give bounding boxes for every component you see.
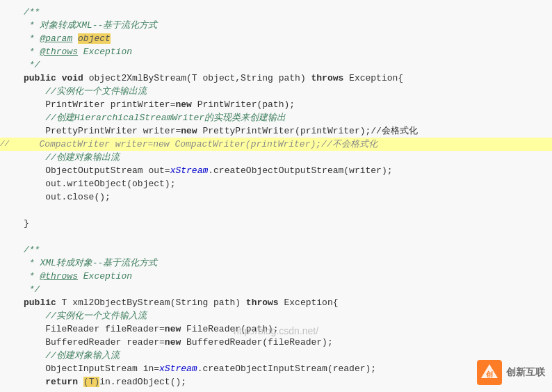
code-line: //实例化一个文件输入流 bbox=[0, 309, 552, 322]
line-content: BufferedReader reader=new BufferedReader… bbox=[21, 336, 552, 349]
line-content: * @throws Exception bbox=[21, 45, 552, 58]
code-line: /** bbox=[0, 243, 552, 256]
code-line: BufferedReader reader=new BufferedReader… bbox=[0, 336, 552, 349]
code-line: PrintWriter printWriter=new PrintWriter(… bbox=[0, 98, 552, 111]
code-line: FileReader fileReader=new FileReader(pat… bbox=[0, 322, 552, 336]
line-content: //实例化一个文件输出流 bbox=[21, 85, 552, 98]
code-line: //创建HierarchicalStreamWriter的实现类来创建输出 bbox=[0, 111, 552, 124]
code-line bbox=[0, 230, 552, 243]
code-line: ObjectOutputStream out=xStream.createObj… bbox=[0, 164, 552, 177]
line-content: /** bbox=[21, 243, 552, 256]
line-content: * @throws Exception bbox=[21, 270, 552, 283]
code-line: out.writeObject(object); bbox=[0, 177, 552, 190]
line-content: out.close(); bbox=[21, 190, 552, 204]
code-line: * @throws Exception bbox=[0, 45, 552, 58]
code-line: // CompactWriter writer=new CompactWrite… bbox=[0, 138, 552, 151]
line-content: return (T)in.readObject(); bbox=[21, 375, 552, 389]
line-content: public T xml2ObjectByStream(String path)… bbox=[21, 296, 552, 309]
code-editor: /** * 对象转成XML--基于流化方式 * @param object * … bbox=[0, 0, 552, 392]
logo: 创 创新互联 bbox=[477, 360, 545, 385]
code-line: //创建对象输入流 bbox=[0, 349, 552, 362]
line-content: CompactWriter writer=new CompactWriter(p… bbox=[15, 138, 552, 151]
line-content: FileReader fileReader=new FileReader(pat… bbox=[21, 322, 552, 336]
code-line: PrettyPrintWriter writer=new PrettyPrint… bbox=[0, 124, 552, 138]
line-content: out.writeObject(object); bbox=[21, 177, 552, 190]
code-line: public void object2XmlByStream(T object,… bbox=[0, 72, 552, 85]
line-content: /** bbox=[21, 6, 552, 19]
line-content: PrettyPrintWriter writer=new PrettyPrint… bbox=[21, 124, 552, 138]
line-content: } bbox=[21, 217, 552, 230]
code-line: out.close(); bbox=[0, 190, 552, 204]
line-content: ObjectInputStream in=xStream.createObjec… bbox=[21, 362, 552, 375]
svg-text:创: 创 bbox=[485, 370, 493, 379]
code-line: */ bbox=[0, 58, 552, 72]
code-line: return (T)in.readObject(); bbox=[0, 375, 552, 389]
code-line: public T xml2ObjectByStream(String path)… bbox=[0, 296, 552, 309]
code-line: * XML转成对象--基于流化方式 bbox=[0, 256, 552, 270]
code-line: * @throws Exception bbox=[0, 270, 552, 283]
line-content: //创建对象输入流 bbox=[21, 349, 552, 362]
line-content: * 对象转成XML--基于流化方式 bbox=[21, 19, 552, 32]
code-line bbox=[0, 204, 552, 217]
line-content: * @param object bbox=[21, 32, 552, 45]
line-content: PrintWriter printWriter=new PrintWriter(… bbox=[21, 98, 552, 111]
code-line: //实例化一个文件输出流 bbox=[0, 85, 552, 98]
line-content: * XML转成对象--基于流化方式 bbox=[21, 256, 552, 270]
line-content: */ bbox=[21, 58, 552, 72]
code-line: } bbox=[0, 217, 552, 230]
code-line: * 对象转成XML--基于流化方式 bbox=[0, 19, 552, 32]
code-line: */ bbox=[0, 283, 552, 296]
code-line: /** bbox=[0, 6, 552, 19]
line-content: //实例化一个文件输入流 bbox=[21, 309, 552, 322]
code-line: //创建对象输出流 bbox=[0, 151, 552, 164]
line-content: public void object2XmlByStream(T object,… bbox=[21, 72, 552, 85]
code-line: * @param object bbox=[0, 32, 552, 45]
logo-text: 创新互联 bbox=[506, 366, 545, 379]
line-content: //创建对象输出流 bbox=[21, 151, 552, 164]
code-line: ObjectInputStream in=xStream.createObjec… bbox=[0, 362, 552, 375]
line-number: // bbox=[0, 138, 15, 151]
code-line bbox=[0, 389, 552, 392]
line-content: //创建HierarchicalStreamWriter的实现类来创建输出 bbox=[21, 111, 552, 124]
line-content: ObjectOutputStream out=xStream.createObj… bbox=[21, 164, 552, 177]
line-content: */ bbox=[21, 283, 552, 296]
logo-icon: 创 bbox=[477, 360, 502, 385]
